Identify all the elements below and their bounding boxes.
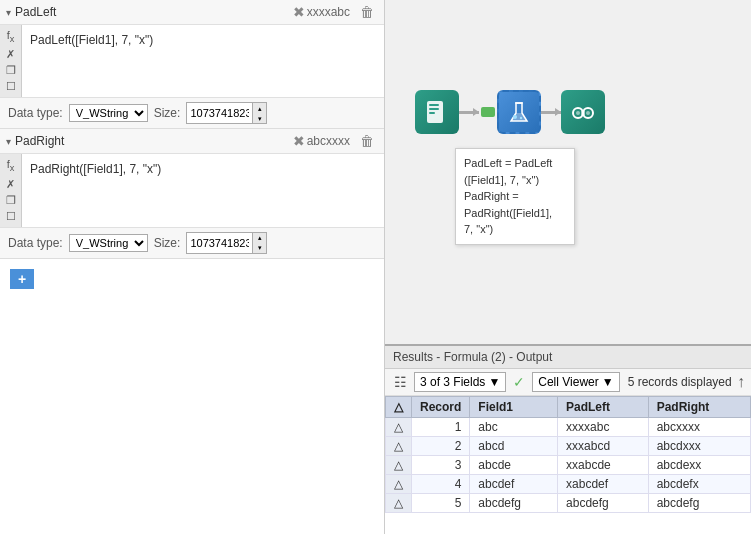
delete-padright-button[interactable]: 🗑 bbox=[356, 133, 378, 149]
size-label-padright: Size: bbox=[154, 236, 181, 250]
left-panel: ▾ PadLeft ✖ xxxxabc 🗑 fx ✗ ❐ ☐ PadLeft([… bbox=[0, 0, 385, 534]
cell-padright: abcdexx bbox=[648, 456, 750, 475]
fx-icon-padleft[interactable]: fx bbox=[6, 29, 16, 45]
cell-padright: abcxxxx bbox=[648, 418, 750, 437]
tooltip-line4: PadRight([Field1], bbox=[464, 205, 566, 222]
size-spinner-padright: ▴ ▾ bbox=[252, 233, 266, 253]
workflow-tooltip: PadLeft = PadLeft ([Field1], 7, "x") Pad… bbox=[455, 148, 575, 245]
datatype-select-padright[interactable]: V_WString bbox=[69, 234, 148, 252]
svg-rect-6 bbox=[515, 102, 523, 104]
field-expr-padleft[interactable]: PadLeft([Field1], 7, "x") bbox=[22, 25, 384, 97]
scroll-top-button[interactable]: ↑ bbox=[737, 373, 745, 391]
cell-record: 4 bbox=[412, 475, 470, 494]
size-input-wrapper-padleft: 1073741823 ▴ ▾ bbox=[186, 102, 267, 124]
table-row: △ 5 abcdefg abcdefg abcdefg bbox=[386, 494, 751, 513]
row-checkbox[interactable]: △ bbox=[386, 418, 412, 437]
cell-viewer-label: Cell Viewer bbox=[538, 375, 598, 389]
tooltip-line2: ([Field1], 7, "x") bbox=[464, 172, 566, 189]
add-field-button[interactable]: + bbox=[10, 269, 34, 289]
cell-field1: abc bbox=[470, 418, 558, 437]
tooltip-line5: 7, "x") bbox=[464, 221, 566, 238]
size-label-padleft: Size: bbox=[154, 106, 181, 120]
workflow-node-formula[interactable] bbox=[497, 90, 541, 134]
size-up-padleft[interactable]: ▴ bbox=[252, 103, 266, 113]
chevron-icon: ▾ bbox=[6, 7, 11, 18]
padright-preview: abcxxxx bbox=[307, 134, 350, 148]
svg-rect-2 bbox=[429, 108, 439, 110]
connector-1 bbox=[459, 111, 479, 114]
cell-viewer-chevron-icon: ▼ bbox=[602, 375, 614, 389]
chevron-icon-padright: ▾ bbox=[6, 136, 11, 147]
datatype-select-padleft[interactable]: V_WString bbox=[69, 104, 148, 122]
table-row: △ 4 abcdef xabcdef abcdefx bbox=[386, 475, 751, 494]
connector-green bbox=[481, 107, 495, 117]
results-panel: Results - Formula (2) - Output ☷ 3 of 3 … bbox=[385, 344, 751, 534]
copy-icon-padleft[interactable]: ❐ bbox=[5, 64, 17, 77]
cell-padright: abcdefx bbox=[648, 475, 750, 494]
cell-record: 5 bbox=[412, 494, 470, 513]
cell-record: 1 bbox=[412, 418, 470, 437]
cell-record: 3 bbox=[412, 456, 470, 475]
fx-icon-padright[interactable]: fx bbox=[6, 158, 16, 174]
svg-point-10 bbox=[576, 111, 580, 115]
results-toolbar: ☷ 3 of 3 Fields ▼ ✓ Cell Viewer ▼ 5 reco… bbox=[385, 369, 751, 396]
table-row: △ 1 abc xxxxabc abcxxxx bbox=[386, 418, 751, 437]
workflow-node-book[interactable] bbox=[415, 90, 459, 134]
check-button[interactable]: ✓ bbox=[510, 373, 528, 391]
fields-chevron-icon: ▼ bbox=[488, 375, 500, 389]
size-input-padright[interactable]: 1073741823 bbox=[187, 236, 252, 250]
cell-record: 2 bbox=[412, 437, 470, 456]
field-footer-padleft: Data type: V_WString Size: 1073741823 ▴ … bbox=[0, 97, 384, 128]
copy-icon-padright[interactable]: ❐ bbox=[5, 194, 17, 207]
delete-padleft-button[interactable]: 🗑 bbox=[356, 4, 378, 20]
field-expr-padright[interactable]: PadRight([Field1], 7, "x") bbox=[22, 154, 384, 226]
field-name-padleft: PadLeft bbox=[15, 5, 291, 19]
field-block-padright: ▾ PadRight ✖ abcxxxx 🗑 fx ✗ ❐ ☐ PadRight… bbox=[0, 129, 384, 258]
x-icon-padleft[interactable]: ✗ bbox=[5, 48, 16, 61]
size-down-padleft[interactable]: ▾ bbox=[252, 113, 266, 123]
row-checkbox[interactable]: △ bbox=[386, 437, 412, 456]
toolbar-grid-icon[interactable]: ☷ bbox=[391, 373, 410, 391]
field-name-padright: PadRight bbox=[15, 134, 291, 148]
col-header-field1: Field1 bbox=[470, 397, 558, 418]
clear-padright-button[interactable]: ✖ bbox=[291, 134, 307, 148]
cell-padleft: xxabcde bbox=[558, 456, 649, 475]
fields-dropdown[interactable]: 3 of 3 Fields ▼ bbox=[414, 372, 506, 392]
size-up-padright[interactable]: ▴ bbox=[252, 233, 266, 243]
row-checkbox[interactable]: △ bbox=[386, 494, 412, 513]
table-row: △ 3 abcde xxabcde abcdexx bbox=[386, 456, 751, 475]
fields-label: 3 of 3 Fields bbox=[420, 375, 485, 389]
select-all-header[interactable]: △ bbox=[386, 397, 412, 418]
cell-padright: abcdxxx bbox=[648, 437, 750, 456]
square-icon-padright[interactable]: ☐ bbox=[5, 210, 17, 223]
cell-field1: abcdef bbox=[470, 475, 558, 494]
results-header: Results - Formula (2) - Output bbox=[385, 346, 751, 369]
cell-field1: abcd bbox=[470, 437, 558, 456]
results-table: △ Record Field1 PadLeft PadRight △ 1 abc… bbox=[385, 396, 751, 513]
right-panel: PadLeft = PadLeft ([Field1], 7, "x") Pad… bbox=[385, 0, 751, 534]
square-icon-padleft[interactable]: ☐ bbox=[5, 80, 17, 93]
connector-2 bbox=[541, 111, 561, 114]
cell-padleft: xxxxabc bbox=[558, 418, 649, 437]
cell-padleft: xabcdef bbox=[558, 475, 649, 494]
x-icon-padright[interactable]: ✗ bbox=[5, 178, 16, 191]
svg-rect-1 bbox=[429, 104, 439, 106]
field-sidebar-padright: fx ✗ ❐ ☐ bbox=[0, 154, 22, 226]
field-sidebar-padleft: fx ✗ ❐ ☐ bbox=[0, 25, 22, 97]
cell-viewer-dropdown[interactable]: Cell Viewer ▼ bbox=[532, 372, 619, 392]
row-checkbox[interactable]: △ bbox=[386, 456, 412, 475]
results-table-wrapper: △ Record Field1 PadLeft PadRight △ 1 abc… bbox=[385, 396, 751, 534]
field-content-padleft: fx ✗ ❐ ☐ PadLeft([Field1], 7, "x") bbox=[0, 25, 384, 97]
cell-padleft: xxxabcd bbox=[558, 437, 649, 456]
datatype-label-padright: Data type: bbox=[8, 236, 63, 250]
workflow-node-browse[interactable] bbox=[561, 90, 605, 134]
size-input-padleft[interactable]: 1073741823 bbox=[187, 106, 252, 120]
clear-padleft-button[interactable]: ✖ bbox=[291, 5, 307, 19]
size-down-padright[interactable]: ▾ bbox=[252, 243, 266, 253]
row-checkbox[interactable]: △ bbox=[386, 475, 412, 494]
records-displayed-label: 5 records displayed bbox=[628, 375, 732, 389]
col-header-padright: PadRight bbox=[648, 397, 750, 418]
field-content-padright: fx ✗ ❐ ☐ PadRight([Field1], 7, "x") bbox=[0, 154, 384, 226]
table-row: △ 2 abcd xxxabcd abcdxxx bbox=[386, 437, 751, 456]
size-spinner-padleft: ▴ ▾ bbox=[252, 103, 266, 123]
